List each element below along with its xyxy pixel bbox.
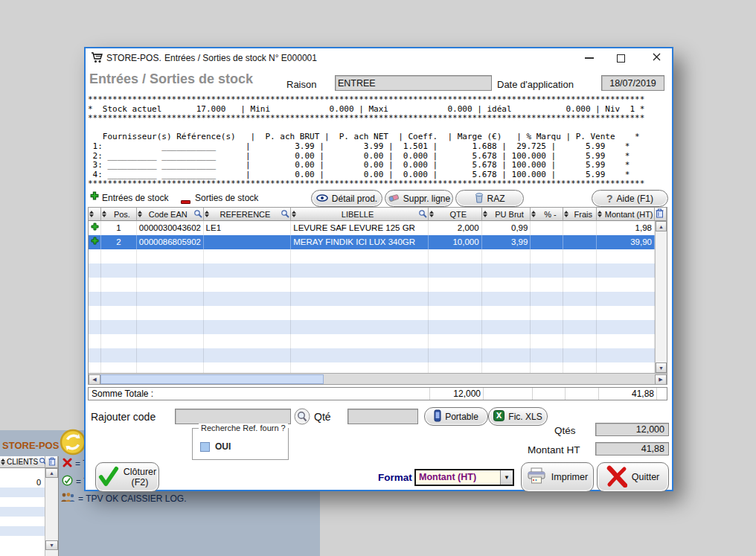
search-code-button[interactable]: [294, 408, 310, 428]
sort-icon: [138, 211, 143, 217]
empty-table-row[interactable]: [89, 292, 655, 306]
raison-label: Raison: [286, 79, 316, 90]
cell-empty: [531, 348, 563, 362]
close-button[interactable]: [645, 51, 667, 65]
magnifier-icon: [418, 209, 427, 220]
chevron-down-icon[interactable]: ▼: [500, 470, 513, 485]
cell-empty: [429, 348, 482, 362]
clients-row[interactable]: [0, 507, 45, 517]
scroll-up-icon[interactable]: ▲: [45, 468, 58, 478]
column-header-ref[interactable]: REFERENCE: [204, 208, 292, 221]
clients-row[interactable]: [0, 488, 45, 497]
empty-table-row[interactable]: [89, 320, 655, 334]
column-header-rowicon[interactable]: [89, 208, 101, 221]
column-header-frais[interactable]: Frais: [563, 208, 597, 221]
detail-prod-label: Détail prod.: [332, 194, 377, 204]
column-header-pct[interactable]: % -: [531, 208, 563, 221]
green-check-icon: [98, 465, 119, 490]
cell-ref: [204, 235, 292, 249]
scroll-down-icon[interactable]: ▼: [656, 362, 667, 373]
fic-xls-button[interactable]: X Fic. XLS: [488, 407, 548, 426]
date-field[interactable]: 18/07/2019: [601, 75, 664, 91]
vertical-scrollbar[interactable]: ▲ ▼: [655, 221, 667, 373]
column-header-pos[interactable]: Pos.: [101, 208, 137, 221]
cell-empty: [563, 249, 597, 263]
totals-label: Somme Totale :: [92, 389, 153, 399]
entrees-legend-label: Entrées de stock: [102, 193, 168, 203]
raz-button[interactable]: RAZ: [455, 190, 524, 207]
format-dropdown[interactable]: Montant (HT) ▼: [414, 469, 514, 486]
clients-delete-column-header[interactable]: [45, 456, 58, 468]
raison-input[interactable]: [335, 75, 492, 91]
column-label: QTE: [436, 210, 481, 219]
cell-qte: 2,000: [429, 221, 482, 235]
empty-table-row[interactable]: [89, 249, 655, 263]
cell-empty: [101, 348, 137, 362]
aide-button[interactable]: ? Aide (F1): [592, 190, 668, 207]
sync-icon[interactable]: [60, 429, 86, 458]
scroll-left-icon[interactable]: ◀: [89, 374, 100, 385]
table-row[interactable]: 10000030043602LE1LEVURE SAF LEVURE 125 G…: [89, 221, 655, 235]
cell-empty: [597, 306, 655, 320]
cloturer-button[interactable]: Clôturer(F2): [95, 462, 159, 492]
printer-icon: [527, 467, 547, 487]
cell-empty: [101, 292, 137, 306]
column-header-libelle[interactable]: LIBELLE: [291, 208, 429, 221]
detail-prod-button[interactable]: Détail prod.: [311, 190, 382, 207]
column-header-qte[interactable]: QTE: [429, 208, 482, 221]
qte-input[interactable]: [347, 409, 418, 424]
trash-icon: [656, 208, 664, 220]
code-input[interactable]: [175, 409, 291, 424]
portable-button[interactable]: Portable: [424, 407, 488, 426]
close-icon: [652, 51, 662, 65]
clients-row[interactable]: [0, 468, 45, 478]
scrollbar-thumb[interactable]: [100, 374, 324, 384]
cell-empty: [291, 263, 428, 278]
empty-table-row[interactable]: [89, 348, 655, 362]
imprimer-button[interactable]: Imprimer: [521, 462, 594, 492]
empty-table-row[interactable]: [89, 278, 655, 292]
clients-row[interactable]: 0: [0, 478, 45, 488]
suppr-ligne-button[interactable]: Suppr. ligne: [385, 190, 453, 207]
cell-empty: [429, 362, 482, 373]
quitter-button[interactable]: Quitter: [597, 462, 669, 492]
legend-tpv-text: = TPV OK CAISSIER LOG.: [78, 493, 187, 504]
cell-ref: LE1: [204, 221, 292, 235]
clients-row[interactable]: [0, 526, 45, 536]
column-label: Code EAN: [144, 210, 192, 219]
scroll-down-icon[interactable]: ▼: [45, 540, 58, 550]
clients-scrollbar[interactable]: ▲ ▼: [45, 468, 58, 556]
eye-icon: [316, 194, 328, 204]
column-header-del[interactable]: [655, 208, 667, 221]
maximize-button[interactable]: [609, 51, 632, 65]
clients-row[interactable]: [0, 517, 45, 526]
horizontal-scrollbar[interactable]: ◀ ▶: [89, 373, 667, 384]
column-header-pu[interactable]: PU Brut: [482, 208, 531, 221]
cell-empty: [531, 263, 563, 278]
oui-checkbox[interactable]: [200, 442, 210, 452]
clients-row[interactable]: [0, 536, 45, 546]
window-app-title: STORE-POS.: [106, 53, 161, 63]
cell-empty: [429, 306, 482, 320]
empty-table-row[interactable]: [89, 362, 655, 373]
empty-table-row[interactable]: [89, 263, 655, 278]
cell-empty: [429, 334, 482, 348]
column-label: Pos.: [109, 210, 135, 219]
table-row[interactable]: 20000086805902MERAY FINDIK ICI LUX 340GR…: [89, 235, 655, 249]
cell-libelle: MERAY FINDIK ICI LUX 340GR: [291, 235, 428, 249]
scroll-right-icon[interactable]: ▶: [655, 374, 667, 385]
cell-libelle: LEVURE SAF LEVURE 125 GR: [291, 221, 428, 235]
minimize-button[interactable]: [578, 51, 600, 65]
clients-row[interactable]: [0, 497, 45, 507]
sort-icon: [483, 211, 488, 217]
clients-column-header[interactable]: CLIENTS: [0, 456, 45, 468]
column-header-montant[interactable]: Montant (HT): [597, 208, 655, 221]
clients-column-label: CLIENTS: [7, 458, 38, 466]
title-bar[interactable]: STORE-POS. Entrées / Sorties de stock N°…: [86, 48, 672, 67]
empty-table-row[interactable]: [89, 306, 655, 320]
plus-icon: [91, 237, 99, 246]
montant-ht-label: Montant HT: [528, 444, 580, 456]
column-header-ean[interactable]: Code EAN: [137, 208, 204, 221]
empty-table-row[interactable]: [89, 334, 655, 348]
scroll-up-icon[interactable]: ▲: [656, 221, 667, 231]
